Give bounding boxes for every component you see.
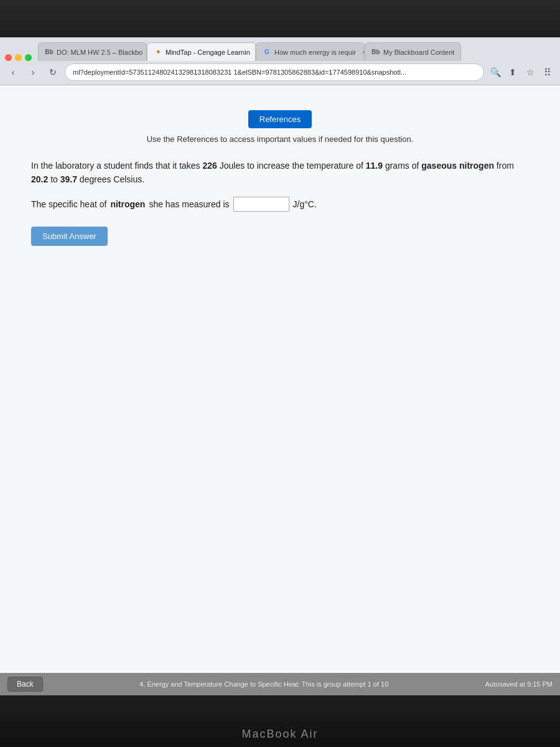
back-button[interactable]: Back [7, 677, 43, 692]
macbook-air-label: MacBook Air [241, 728, 318, 741]
specific-heat-suffix: she has measured is [149, 199, 229, 209]
specific-heat-bold: nitrogen [110, 199, 145, 209]
search-icon[interactable]: 🔍 [488, 65, 503, 80]
question-block: In the laboratory a student finds that i… [31, 159, 529, 187]
autosave-label: Autosaved at 9:15 PM [485, 680, 553, 688]
toolbar-icons: 🔍 ⬆ ☆ ⠿ [488, 65, 555, 80]
question-label: 4. Energy and Temperature Change to Spec… [139, 680, 388, 688]
submit-answer-button[interactable]: Submit Answer [31, 227, 108, 246]
share-icon[interactable]: ⬆ [505, 65, 520, 80]
address-bar[interactable]: ml?deploymentId=573511248024132981318083… [65, 63, 484, 81]
bottom-bar: MacBook Air [0, 695, 560, 747]
specific-heat-prefix: The specific heat of [31, 199, 106, 209]
references-subtitle: Use the References to access important v… [31, 134, 529, 144]
status-bar: Back 4. Energy and Temperature Change to… [0, 673, 560, 695]
tab-blackboard[interactable]: Bb DO: MLM HW 2.5 – Blackbo × [38, 42, 147, 61]
bookmark-icon[interactable]: ☆ [523, 65, 538, 80]
tab-favicon-3: G [263, 48, 271, 57]
back-nav-btn[interactable]: ‹ [5, 64, 21, 80]
page-content: References Use the References to access … [0, 85, 560, 673]
window-minimize-btn[interactable] [15, 54, 22, 61]
tab-favicon-1: Bb [45, 48, 54, 57]
references-section: References Use the References to access … [31, 110, 529, 144]
tab-bar: Bb DO: MLM HW 2.5 – Blackbo × ✦ MindTap … [0, 37, 560, 61]
tab-favicon-2: ✦ [154, 48, 162, 57]
tab-my-blackboard[interactable]: Bb My Blackboard Content [365, 42, 461, 61]
specific-heat-unit: J/g°C. [293, 199, 317, 209]
window-close-btn[interactable] [5, 54, 12, 61]
window-maximize-btn[interactable] [25, 54, 32, 61]
forward-nav-btn[interactable]: › [25, 64, 41, 80]
browser-content: References Use the References to access … [0, 85, 560, 695]
question-text: In the laboratory a student finds that i… [31, 159, 529, 187]
tab-mindtap[interactable]: ✦ MindTap - Cengage Learnin × [147, 42, 256, 61]
address-bar-row: ‹ › ↻ ml?deploymentId=573511248024132981… [0, 61, 560, 85]
references-button[interactable]: References [248, 110, 312, 128]
browser-chrome: Bb DO: MLM HW 2.5 – Blackbo × ✦ MindTap … [0, 37, 560, 85]
tab-close-2[interactable]: × [254, 48, 256, 57]
tab-favicon-4: Bb [371, 48, 380, 57]
extensions-icon[interactable]: ⠿ [540, 65, 555, 80]
refresh-btn[interactable]: ↻ [45, 64, 61, 80]
answer-input[interactable] [233, 197, 289, 212]
tab-google[interactable]: G How much energy is requir × [256, 42, 365, 61]
specific-heat-line: The specific heat of nitrogen she has me… [31, 197, 529, 212]
title-bar [0, 0, 560, 37]
tab-close-3[interactable]: × [360, 48, 365, 57]
